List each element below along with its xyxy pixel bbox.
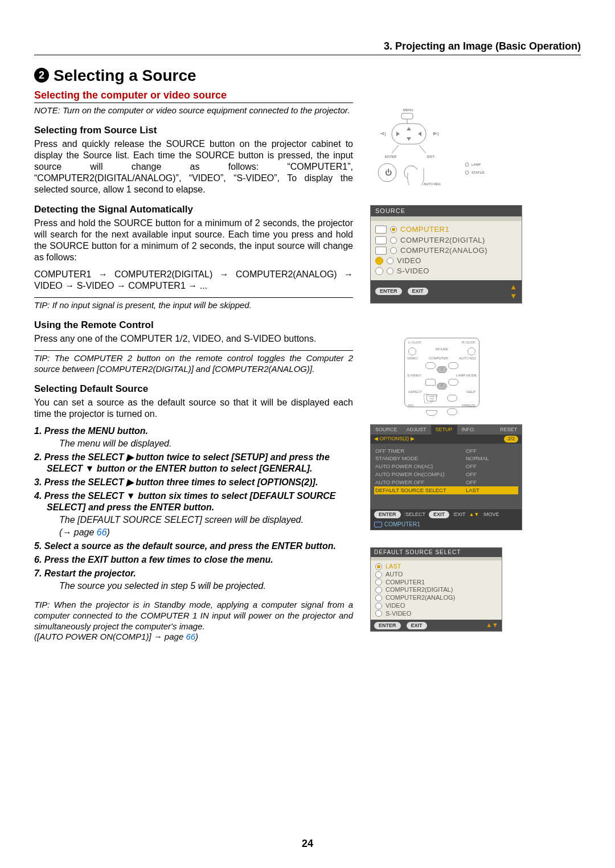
heading-remote: Using the Remote Control: [34, 319, 353, 331]
svg-text:MENU: MENU: [403, 108, 413, 112]
svg-text:AUTO ADJ.: AUTO ADJ.: [424, 182, 441, 185]
osd-footer: ENTER EXIT ▲▼: [371, 280, 522, 304]
default-source-osd: DEFAULT SOURCE SELECT LAST AUTO COMPUTER…: [370, 547, 502, 632]
para-chain: COMPUTER1 → COMPUTER2(DIGITAL) → COMPUTE…: [34, 269, 353, 292]
step-3: 3. Press the SELECT ▶ button three times…: [34, 477, 353, 488]
step-2: 2. Press the SELECT ▶ button twice to se…: [34, 452, 353, 474]
note-text: NOTE: Turn on the computer or video sour…: [34, 105, 353, 116]
radio-icon: [390, 247, 397, 254]
radio-icon: [390, 226, 397, 233]
control-panel-figure: MENU SELECT ⊲) ⧐) ENTER EXIT: [370, 105, 530, 188]
step-4: 4. Press the SELECT ▼ button six times t…: [34, 490, 353, 538]
subheading-red: Selecting the computer or video source: [34, 89, 353, 102]
osd-item: S-VIDEO: [375, 266, 517, 276]
radio-icon: [387, 268, 393, 275]
radio-icon: [375, 603, 382, 609]
osd-title: SOURCE: [371, 206, 522, 217]
heading-default: Selecting Default Source: [34, 383, 353, 395]
page-header: 3. Projecting an Image (Basic Operation): [34, 40, 581, 55]
monitor-icon: [375, 236, 387, 244]
tip-no-signal: TIP: If no input signal is present, the …: [34, 300, 353, 311]
osd-item-computer1: COMPUTER1: [375, 224, 517, 235]
enter-pill: ENTER: [375, 288, 402, 295]
remote-control-figure: L-CLICKR-CLICK MOUSE VIDEOCOMPUTERAUTO A…: [404, 338, 479, 407]
monitor-icon: [375, 247, 387, 255]
step-6: 6. Press the EXIT button a few times to …: [34, 554, 353, 566]
svg-line-14: [419, 145, 426, 153]
monitor-icon: [375, 226, 387, 234]
step-1: 1. Press the MENU button. The menu will …: [34, 425, 353, 449]
heading-source-list: Selecting from Source List: [34, 124, 353, 136]
highlighted-row: DEFAULT SOURCE SELECTLAST: [374, 486, 518, 494]
svideo-icon: [375, 267, 383, 275]
heading-detect: Detecting the Signal Automatically: [34, 203, 353, 215]
radio-icon: [387, 257, 393, 264]
radio-icon: [375, 571, 382, 578]
divider: [34, 297, 353, 298]
divider: [34, 350, 353, 351]
para-remote: Press any one of the COMPUTER 1/2, VIDEO…: [34, 333, 353, 345]
svg-text:⊲): ⊲): [380, 131, 386, 136]
osd-item: VIDEO: [375, 256, 517, 266]
page-number: 24: [0, 837, 615, 850]
updown-icon: ▲▼: [486, 621, 498, 629]
svg-rect-1: [401, 113, 413, 119]
title-number-icon: 2: [34, 68, 49, 83]
svg-text:LAMP: LAMP: [472, 163, 481, 166]
source-osd: SOURCE COMPUTER1 COMPUTER2(DIGITAL) COMP…: [370, 205, 522, 304]
radio-icon: [375, 579, 382, 586]
para-source-list: Press and quickly release the SOURCE but…: [34, 138, 353, 195]
exit-pill: EXIT: [408, 288, 428, 295]
svg-text:⏻: ⏻: [385, 169, 392, 177]
steps-list: 1. Press the MENU button. The menu will …: [34, 425, 353, 592]
radio-icon: [375, 610, 382, 617]
page-title: 2 Selecting a Source: [34, 65, 353, 85]
osd-item: COMPUTER2(ANALOG): [375, 245, 517, 256]
setup-osd: SOURCE ADJUST SETUP INFO. RESET ◀ OPTION…: [370, 424, 522, 530]
svg-point-19: [465, 163, 469, 166]
radio-icon: [375, 587, 382, 593]
tip-standby: TIP: When the projector is in Standby mo…: [34, 600, 353, 642]
svg-line-13: [392, 145, 399, 153]
page-link-66: (→ page 66): [59, 527, 353, 538]
tip-comp2: TIP: The COMPUTER 2 button on the remote…: [34, 353, 353, 375]
divider: [34, 103, 353, 103]
svg-point-21: [465, 171, 469, 174]
radio-icon: [375, 595, 382, 601]
video-icon: [375, 257, 383, 265]
osd-item: COMPUTER2(DIGITAL): [375, 235, 517, 245]
hand-icon: ☞: [422, 386, 439, 411]
radio-icon: [390, 237, 397, 244]
svg-text:STATUS: STATUS: [472, 171, 485, 174]
step-5: 5. Select a source as the default source…: [34, 541, 353, 552]
svg-text:⧐): ⧐): [433, 131, 439, 136]
osd-tabs: SOURCE ADJUST SETUP INFO. RESET: [371, 425, 522, 435]
radio-icon: [375, 563, 382, 570]
title-text: Selecting a Source: [54, 65, 196, 85]
para-detect: Press and hold the SOURCE button for a m…: [34, 218, 353, 263]
svg-text:ENTER: ENTER: [385, 155, 397, 158]
figure-column: MENU SELECT ⊲) ⧐) ENTER EXIT: [370, 65, 530, 651]
step-7: 7. Restart the projector. The source you…: [34, 568, 353, 592]
svg-text:EXIT: EXIT: [427, 155, 435, 158]
main-column: 2 Selecting a Source Selecting the compu…: [34, 65, 353, 651]
para-default: You can set a source as the default sour…: [34, 397, 353, 420]
updown-icon: ▲▼: [510, 282, 517, 301]
